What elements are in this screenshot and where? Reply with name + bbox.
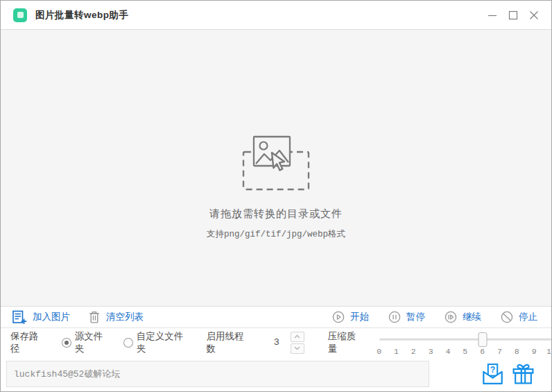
signature-box[interactable] bbox=[6, 361, 429, 387]
window-title: 图片批量转webp助手 bbox=[35, 9, 129, 22]
pause-button[interactable]: 暂停 bbox=[388, 311, 425, 323]
threads-value: 3 bbox=[270, 337, 284, 348]
app-logo-icon bbox=[13, 8, 27, 22]
help-message-icon: ? bbox=[482, 363, 503, 386]
quality-tick: 3 bbox=[429, 347, 433, 356]
start-button[interactable]: 开始 bbox=[332, 311, 369, 323]
quality-tick: 1 bbox=[394, 347, 399, 356]
custom-folder-label: 自定义文件夹 bbox=[137, 330, 193, 355]
start-label: 开始 bbox=[350, 311, 369, 323]
svg-text:?: ? bbox=[490, 364, 496, 374]
radio-source-folder[interactable]: 源文件夹 bbox=[62, 330, 112, 355]
play-icon bbox=[332, 311, 345, 323]
dropzone-prompt: 请拖放需转换的目录或文件 bbox=[209, 207, 343, 221]
settings-bar: 保存路径 源文件夹 自定义文件夹 启用线程数 3 压缩质量 01234 bbox=[1, 328, 551, 357]
pause-label: 暂停 bbox=[406, 311, 425, 323]
spinner-up-button[interactable] bbox=[291, 332, 304, 342]
clear-list-button[interactable]: 清空列表 bbox=[88, 310, 144, 324]
footer-icons: ? bbox=[482, 363, 535, 386]
window-controls bbox=[482, 6, 551, 25]
toolbar-right-group: 开始 暂停 继续 bbox=[332, 311, 540, 323]
quality-tick: 7 bbox=[497, 347, 502, 356]
radio-source-circle bbox=[62, 338, 71, 348]
save-path-radio-group: 源文件夹 自定义文件夹 bbox=[62, 330, 193, 355]
close-icon bbox=[524, 6, 544, 25]
add-images-icon bbox=[12, 309, 27, 325]
quality-tick-labels: 012345678910 bbox=[379, 347, 551, 357]
quality-label: 压缩质量 bbox=[328, 330, 365, 355]
dropzone-image-icon bbox=[237, 134, 315, 192]
stop-icon bbox=[501, 311, 513, 323]
dropzone-formats: 支持png/gif/tif/jpg/webp格式 bbox=[207, 228, 345, 240]
threads-spinner bbox=[291, 332, 304, 354]
quality-slider-track[interactable] bbox=[379, 339, 551, 341]
close-button[interactable] bbox=[524, 6, 544, 25]
stop-label: 停止 bbox=[519, 311, 537, 323]
quality-tick: 5 bbox=[463, 347, 467, 356]
threads-label: 启用线程数 bbox=[206, 330, 252, 355]
spinner-down-button[interactable] bbox=[291, 343, 304, 354]
gift-button[interactable] bbox=[512, 363, 535, 386]
minimize-button[interactable] bbox=[482, 6, 503, 25]
resume-label: 继续 bbox=[463, 311, 481, 323]
quality-tick: 4 bbox=[446, 347, 451, 356]
resume-icon bbox=[445, 311, 457, 323]
trash-icon bbox=[88, 310, 101, 324]
resume-button[interactable]: 继续 bbox=[445, 311, 481, 323]
toolbar: 加入图片 清空列表 bbox=[1, 306, 551, 328]
radio-custom-circle bbox=[123, 338, 133, 348]
save-path-label: 保存路径 bbox=[10, 330, 48, 355]
source-folder-label: 源文件夹 bbox=[75, 330, 112, 355]
quality-tick: 2 bbox=[411, 347, 416, 356]
quality-slider-handle[interactable] bbox=[478, 332, 487, 347]
quality-slider: 012345678910 bbox=[379, 328, 551, 357]
footer-bar: ? bbox=[1, 357, 551, 391]
stop-button[interactable]: 停止 bbox=[501, 311, 537, 323]
quality-tick: 6 bbox=[480, 347, 485, 356]
dropzone[interactable]: 请拖放需转换的目录或文件 支持png/gif/tif/jpg/webp格式 bbox=[1, 30, 551, 306]
quality-tick: 9 bbox=[532, 347, 537, 356]
pause-icon bbox=[388, 311, 401, 323]
minimize-icon bbox=[483, 6, 502, 25]
radio-custom-folder[interactable]: 自定义文件夹 bbox=[123, 330, 193, 355]
clear-list-label: 清空列表 bbox=[106, 311, 144, 323]
chevron-down-icon bbox=[294, 346, 300, 350]
quality-tick: 8 bbox=[515, 347, 519, 356]
quality-tick: 10 bbox=[546, 347, 552, 356]
gift-icon bbox=[512, 363, 535, 386]
toolbar-left-group: 加入图片 清空列表 bbox=[12, 309, 144, 325]
help-button[interactable]: ? bbox=[482, 363, 503, 386]
maximize-icon bbox=[503, 6, 523, 25]
add-images-label: 加入图片 bbox=[33, 311, 70, 323]
add-images-button[interactable]: 加入图片 bbox=[12, 309, 70, 325]
chevron-up-icon bbox=[294, 334, 300, 339]
titlebar: 图片批量转webp助手 bbox=[1, 1, 551, 30]
quality-tick: 0 bbox=[377, 347, 381, 356]
app-window: 图片批量转webp助手 请拖放需转换的目录或文件 支持png/gif/tif/j… bbox=[0, 0, 552, 392]
maximize-button[interactable] bbox=[503, 6, 524, 25]
